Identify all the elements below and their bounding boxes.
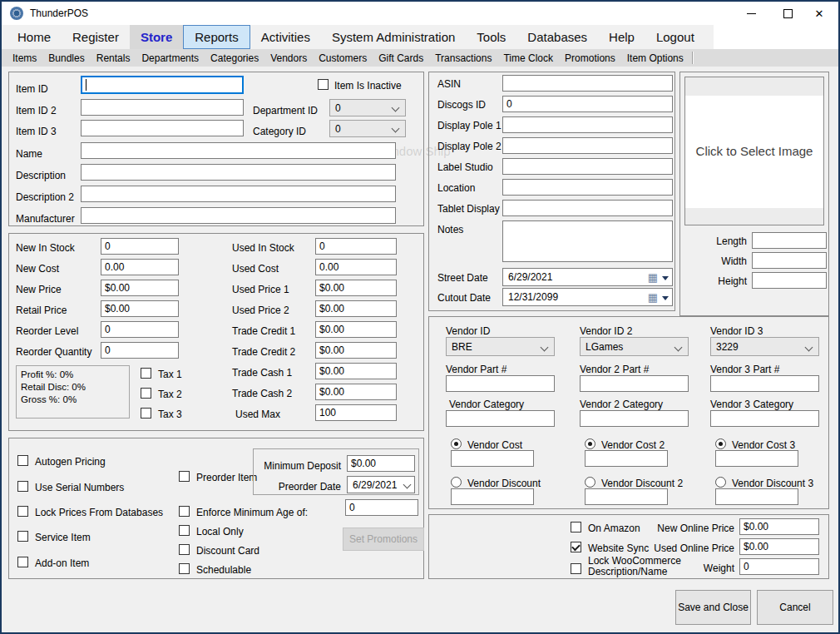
tab-bundles[interactable]: Bundles — [42, 52, 90, 64]
tab-rentals[interactable]: Rentals — [91, 52, 136, 64]
vendor2-part-input[interactable] — [580, 375, 689, 392]
menu-item-help[interactable]: Help — [598, 25, 645, 49]
menu-item-home[interactable]: Home — [7, 25, 62, 49]
lock-woocommerce-checkbox[interactable] — [571, 563, 581, 574]
tab-vendors[interactable]: Vendors — [264, 52, 313, 64]
label-studio-input[interactable] — [502, 158, 673, 175]
display-pole2-input[interactable] — [502, 137, 673, 154]
menu-item-databases[interactable]: Databases — [516, 25, 598, 49]
vendor2-cost-radio[interactable] — [585, 438, 595, 449]
asin-input[interactable] — [502, 75, 673, 92]
notes-textarea[interactable] — [502, 220, 673, 262]
reorder-level-input[interactable] — [101, 321, 179, 338]
tablet-display-input[interactable] — [502, 200, 673, 216]
preorder-date-select[interactable]: 6/29/2021 — [347, 476, 415, 493]
used-online-price-input[interactable] — [739, 538, 819, 555]
close-button[interactable]: ✕ — [805, 2, 833, 25]
tab-gift-cards[interactable]: Gift Cards — [373, 52, 429, 64]
menu-item-register[interactable]: Register — [62, 25, 130, 49]
website-sync-checkbox[interactable] — [571, 542, 581, 552]
tab-item-options[interactable]: Item Options — [621, 52, 689, 64]
vendor2-discount-radio[interactable] — [585, 477, 595, 488]
used-in-stock-input[interactable] — [315, 238, 397, 255]
new-price-input[interactable] — [101, 280, 179, 296]
vendor3-cost-input[interactable] — [715, 450, 798, 467]
display-pole1-input[interactable] — [502, 116, 673, 133]
vendor1-discount-radio[interactable] — [451, 477, 462, 488]
enforce-min-age-input[interactable] — [345, 499, 418, 516]
category-id-select[interactable]: 0 — [329, 120, 406, 137]
tab-categories[interactable]: Categories — [205, 52, 264, 64]
minimum-deposit-input[interactable] — [347, 455, 415, 472]
tax1-checkbox[interactable] — [141, 368, 151, 379]
save-and-close-button[interactable]: Save and Close — [675, 590, 751, 625]
tab-items[interactable]: Items — [7, 52, 42, 64]
minimize-button[interactable] — [737, 2, 765, 25]
menu-item-store[interactable]: Store — [130, 25, 183, 49]
tab-transactions[interactable]: Transactions — [429, 52, 497, 64]
new-in-stock-input[interactable] — [101, 238, 179, 255]
used-price1-input[interactable] — [315, 280, 397, 296]
preorder-item-checkbox[interactable] — [179, 471, 190, 482]
tax2-checkbox[interactable] — [141, 388, 151, 399]
use-serial-numbers-checkbox[interactable] — [17, 481, 28, 492]
vendor2-id-select[interactable]: LGames — [580, 337, 689, 356]
item-image-selector[interactable]: Click to Select Image — [684, 77, 824, 225]
addon-item-checkbox[interactable] — [17, 557, 28, 567]
tab-time-clock[interactable]: Time Clock — [497, 52, 559, 64]
vendor3-cost-radio[interactable] — [715, 438, 726, 449]
used-price2-input[interactable] — [315, 300, 397, 317]
trade-credit2-input[interactable] — [315, 342, 397, 359]
tax3-checkbox[interactable] — [141, 408, 151, 419]
cutout-date-picker[interactable]: 12/31/2099 ▦ — [502, 288, 673, 306]
lock-prices-checkbox[interactable] — [17, 506, 28, 517]
trade-cash1-input[interactable] — [315, 363, 397, 379]
on-amazon-checkbox[interactable] — [571, 522, 581, 532]
vendor3-discount-radio[interactable] — [715, 477, 726, 488]
description2-input[interactable] — [81, 186, 396, 202]
local-only-checkbox[interactable] — [179, 525, 190, 536]
enforce-min-age-checkbox[interactable] — [179, 506, 190, 517]
vendor1-id-select[interactable]: BRE — [446, 337, 555, 356]
tab-customers[interactable]: Customers — [313, 52, 373, 64]
height-input[interactable] — [752, 272, 827, 289]
cancel-button[interactable]: Cancel — [757, 590, 833, 625]
menu-item-tools[interactable]: Tools — [466, 25, 516, 49]
description-input[interactable] — [81, 164, 396, 181]
service-item-checkbox[interactable] — [17, 531, 28, 542]
autogen-pricing-checkbox[interactable] — [17, 455, 28, 466]
used-cost-input[interactable] — [315, 259, 397, 275]
schedulable-checkbox[interactable] — [179, 563, 190, 574]
vendor1-discount-input[interactable] — [451, 488, 534, 505]
vendor2-cost-input[interactable] — [585, 450, 668, 467]
reorder-quantity-input[interactable] — [101, 342, 179, 359]
vendor3-discount-input[interactable] — [715, 488, 798, 505]
vendor3-category-input[interactable] — [710, 410, 819, 427]
item-id2-input[interactable] — [81, 99, 244, 116]
trade-cash2-input[interactable] — [315, 384, 397, 400]
vendor3-part-input[interactable] — [710, 375, 819, 392]
item-id-input[interactable] — [81, 76, 244, 94]
street-date-picker[interactable]: 6/29/2021 ▦ — [502, 268, 673, 286]
menu-item-system-administration[interactable]: System Administration — [321, 25, 466, 49]
location-input[interactable] — [502, 179, 673, 196]
length-input[interactable] — [752, 232, 827, 249]
vendor2-discount-input[interactable] — [585, 488, 668, 505]
width-input[interactable] — [752, 252, 827, 269]
maximize-button[interactable] — [773, 2, 802, 25]
discogs-id-input[interactable] — [502, 96, 673, 112]
menu-item-reports[interactable]: Reports — [183, 25, 250, 49]
name-input[interactable] — [81, 142, 396, 159]
menu-item-activities[interactable]: Activities — [250, 25, 321, 49]
department-id-select[interactable]: 0 — [329, 99, 406, 116]
vendor3-id-select[interactable]: 3229 — [710, 337, 819, 356]
retail-price-input[interactable] — [101, 300, 179, 317]
used-max-input[interactable] — [315, 404, 397, 421]
discount-card-checkbox[interactable] — [179, 544, 190, 555]
vendor1-part-input[interactable] — [446, 375, 555, 392]
vendor2-category-input[interactable] — [580, 410, 689, 427]
tab-promotions[interactable]: Promotions — [559, 52, 621, 64]
item-is-inactive-checkbox[interactable] — [318, 79, 329, 90]
new-online-price-input[interactable] — [739, 518, 819, 535]
trade-credit1-input[interactable] — [315, 321, 397, 338]
